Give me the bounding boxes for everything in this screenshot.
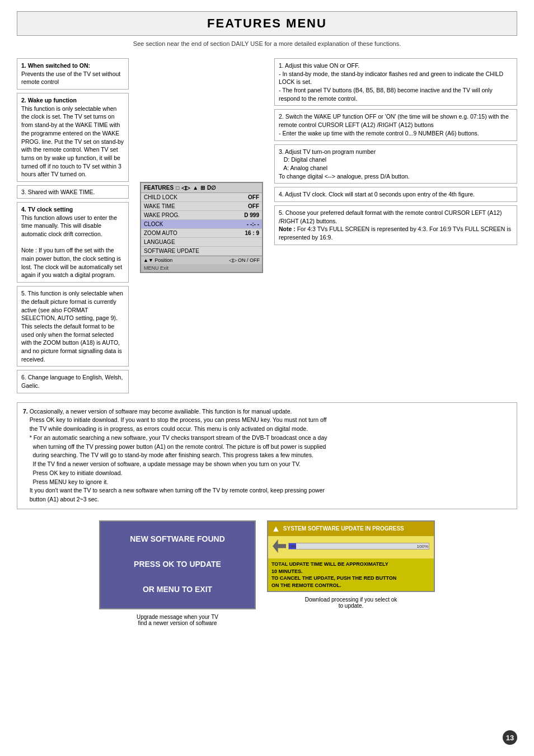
progress-icon [273, 539, 286, 553]
ann-6-text: Change language to English, Welsh, Gaeli… [21, 374, 123, 389]
sw-title: NEW SOFTWARE FOUND PRESS OK TO UPDATE OR… [106, 533, 249, 595]
ann-3: 3. Shared with WAKE TIME. [17, 185, 129, 199]
ann-4-text: This function allows user to enter the t… [21, 214, 117, 237]
tv-menu-icon3: ▲ [193, 185, 198, 191]
ann-1: 1. When switched to ON: Prevents the use… [17, 58, 129, 90]
ann-2: 2. Wake up function This function is onl… [17, 93, 129, 182]
bottom-note-text: Occasionally, a newer version of softwar… [23, 408, 327, 503]
sw-screen-right-wrapper: ▲ SYSTEM SOFTWARE UPDATE IN PROGRESS 0% … [267, 520, 435, 626]
progress-bar-container: 0% 100% [273, 539, 429, 553]
right-ann-5: 5. Choose your preferred default format … [274, 205, 517, 245]
tv-menu-icon5: D∅ [207, 185, 216, 191]
ann-1-num: 1. [21, 62, 28, 69]
tv-footer-left: ▲▼ Position [143, 257, 172, 263]
sw-left-caption: Upgrade message when your TV find a newe… [137, 614, 218, 626]
ann-5-num: 5. [21, 290, 27, 297]
tv-row-2-value: D 999 [244, 212, 259, 218]
ann-3-text: Shared with WAKE TIME. [28, 189, 95, 195]
tv-menu-footer: ▲▼ Position ◁▷ ON / OFF [141, 256, 262, 264]
tv-row-2-label: WAKE PROG. [144, 212, 180, 218]
tv-menu-header: FEATURES □ ◁▷ ▲ ⊞ D∅ [141, 183, 262, 193]
tv-menu-header-label: FEATURES [144, 185, 174, 191]
sw-screen-left: NEW SOFTWARE FOUND PRESS OK TO UPDATE OR… [99, 520, 256, 609]
tv-row-0-label: CHILD LOCK [144, 194, 177, 200]
sw-update-header: ▲ SYSTEM SOFTWARE UPDATE IN PROGRESS [268, 522, 434, 536]
right-ann-2: 2. Switch the WAKE UP function OFF or 'O… [274, 109, 517, 140]
ann-5: 5. This function is only selectable when… [17, 286, 129, 367]
right-ann-3-text: 3. Adjust TV turn-on program number D: D… [279, 148, 410, 180]
bottom-note-num: 7. [23, 408, 28, 415]
right-ann-5-text: 5. Choose your preferred default format … [279, 209, 511, 241]
ann-4: 4. TV clock setting This function allows… [17, 202, 129, 283]
progress-bar-outer: 0% 100% [288, 543, 429, 550]
center-area: FEATURES □ ◁▷ ▲ ⊞ D∅ CHILD LOCK OFF WAKE… [134, 58, 269, 397]
left-annotations: 1. When switched to ON: Prevents the use… [17, 58, 129, 397]
software-screens: NEW SOFTWARE FOUND PRESS OK TO UPDATE OR… [17, 520, 517, 626]
sw-screen-left-wrapper: NEW SOFTWARE FOUND PRESS OK TO UPDATE OR… [99, 520, 256, 626]
ann-4-num: 4. [21, 206, 28, 213]
ann-2-num: 2. [21, 97, 28, 104]
tv-menu-icon2: ◁▷ [181, 185, 190, 191]
ann-1-text: Prevents the use of the TV set without r… [21, 71, 120, 86]
ann-4-note: Note : If you turn off the set with the … [21, 247, 122, 278]
ann-6: 6. Change language to English, Welsh, Ga… [17, 370, 129, 393]
sw-progress-area: 0% 100% [268, 536, 434, 558]
tv-menu-row-1: WAKE TIME OFF [141, 202, 262, 211]
ann-4-label: TV clock setting [28, 206, 73, 213]
tv-menu-row-2: WAKE PROG. D 999 [141, 211, 262, 220]
tv-menu-icon4: ⊞ [200, 185, 205, 191]
bottom-note-box: 7. Occasionally, a newer version of soft… [17, 402, 517, 509]
ann-6-num: 6. [21, 374, 28, 381]
sw-screen-right: ▲ SYSTEM SOFTWARE UPDATE IN PROGRESS 0% … [267, 520, 435, 592]
tv-menu-row-0: CHILD LOCK OFF [141, 193, 262, 202]
tv-row-3-value: - -:- - [247, 221, 259, 227]
tv-row-4-label: ZOOM AUTO [144, 230, 177, 236]
tv-row-1-label: WAKE TIME [144, 203, 175, 209]
tv-row-0-value: OFF [248, 194, 259, 200]
tv-menu-row-3: CLOCK - -:- - [141, 220, 262, 229]
right-ann-4: 4. Adjust TV clock. Clock will start at … [274, 187, 517, 202]
progress-label-left: 0% [289, 544, 296, 549]
ann-2-text: This function is only selectable when th… [21, 105, 124, 178]
tv-row-1-value: OFF [248, 203, 259, 209]
ann-2-label: Wake up function [28, 97, 77, 104]
right-ann-2-text: 2. Switch the WAKE UP function OFF or 'O… [279, 113, 509, 136]
tv-row-5-label: LANGUAGE [144, 239, 175, 245]
progress-label-right: 100% [417, 544, 428, 549]
right-ann-3: 3. Adjust TV turn-on program number D: D… [274, 144, 517, 184]
ann-5-text: This function is only selectable when th… [21, 290, 123, 363]
tv-menu-row-6: SOFTWARE UPDATE [141, 247, 262, 256]
tv-menu: FEATURES □ ◁▷ ▲ ⊞ D∅ CHILD LOCK OFF WAKE… [140, 182, 263, 273]
tv-footer-right: ◁▷ ON / OFF [229, 257, 260, 263]
tv-row-6-label: SOFTWARE UPDATE [144, 248, 199, 254]
tv-menu-row-5: LANGUAGE [141, 238, 262, 247]
tv-row-3-label: CLOCK [144, 221, 163, 227]
right-annotations: 1. Adjust this value ON or OFF. - In sta… [274, 58, 517, 397]
sw-info-box: TOTAL UDPATE TIME WILL BE APPROXIMATELY … [268, 558, 434, 591]
right-ann-1-text: 1. Adjust this value ON or OFF. - In sta… [279, 62, 503, 102]
right-ann-4-text: 4. Adjust TV clock. Clock will start at … [279, 191, 475, 198]
page-number: 13 [503, 730, 517, 745]
tv-menu-icon1: □ [176, 185, 179, 191]
main-diagram: 1. When switched to ON: Prevents the use… [17, 58, 517, 397]
ann-1-label: When switched to ON: [28, 62, 90, 69]
ann-3-num: 3. [21, 189, 28, 195]
page-title: FEATURES MENU [17, 16, 517, 31]
sw-right-caption: Download processing if you select ok to … [305, 597, 397, 609]
tv-menu-exit: MENU Exit [141, 264, 262, 272]
page-subtitle: See section near the end of section DAIL… [17, 40, 517, 47]
tv-menu-row-4: ZOOM AUTO 16 : 9 [141, 229, 262, 238]
right-ann-1: 1. Adjust this value ON or OFF. - In sta… [274, 58, 517, 106]
page-title-box: FEATURES MENU [17, 11, 517, 36]
tv-row-4-value: 16 : 9 [245, 230, 259, 236]
